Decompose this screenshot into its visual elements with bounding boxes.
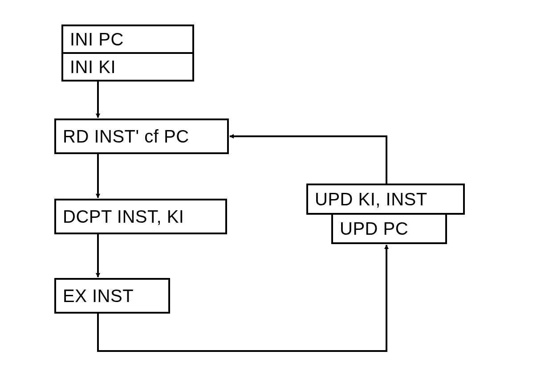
box-ini-pc: INI PC <box>61 24 194 54</box>
box-dcpt-label: DCPT INST, KI <box>63 207 184 227</box>
box-rd-inst: RD INST' cf PC <box>54 118 229 154</box>
flowchart-canvas: INI PC INI KI RD INST' cf PC DCPT INST, … <box>0 0 553 392</box>
box-upd-pc: UPD PC <box>331 213 447 244</box>
box-ex-inst-label: EX INST <box>63 286 134 306</box>
box-upd-pc-label: UPD PC <box>340 219 408 239</box>
box-ex-inst: EX INST <box>54 278 170 314</box>
box-ini-ki: INI KI <box>61 52 194 82</box>
box-ini-ki-label: INI KI <box>70 57 116 77</box>
box-dcpt: DCPT INST, KI <box>54 199 227 234</box>
box-upd-ki-label: UPD KI, INST <box>315 189 427 209</box>
box-ini-pc-label: INI PC <box>70 29 124 49</box>
box-upd-ki: UPD KI, INST <box>306 184 465 215</box>
arrow-updki-to-rd <box>230 136 386 184</box>
box-rd-inst-label: RD INST' cf PC <box>63 127 189 147</box>
